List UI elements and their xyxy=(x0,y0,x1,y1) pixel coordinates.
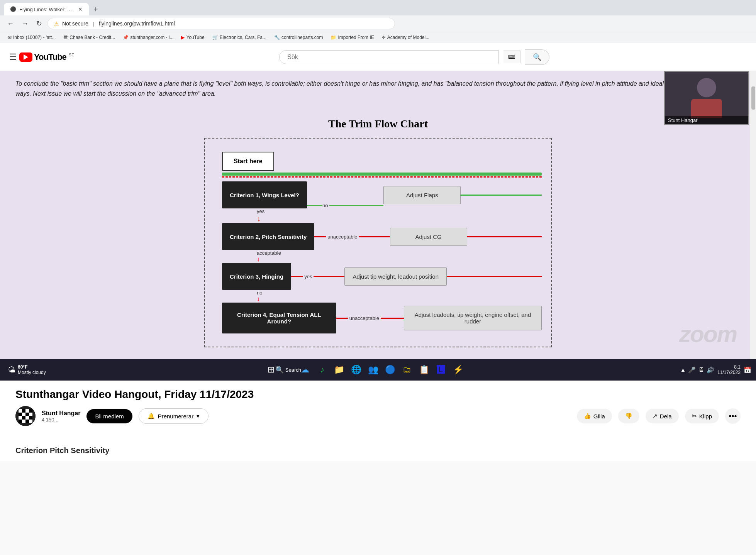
ie-folder-icon: 📁 xyxy=(331,35,336,40)
criterion-pitch-label: Criterion Pitch Sensitivity xyxy=(15,446,109,455)
volume-icon[interactable]: 🔊 xyxy=(707,366,714,374)
search-input[interactable] xyxy=(287,54,491,61)
bookmark-chase[interactable]: 🏛 Chase Bank - Credit... xyxy=(60,34,118,41)
youtube-header: ☰ YouTube SE ⌨ 🔍 xyxy=(0,43,756,71)
video-info-section: Stunthangar Video Hangout, Friday 11/17/… xyxy=(0,381,756,440)
taskbar-files2-button[interactable]: 🗂 xyxy=(400,362,414,377)
share-button[interactable]: ↗ Dela xyxy=(646,409,679,423)
taskbar-right: ▲ 🎤 🖥 🔊 8:1 11/17/2023 📅 xyxy=(680,364,751,375)
bookmark-imported-ie[interactable]: 📁 Imported From IE xyxy=(327,34,377,41)
subscribe-dropdown-icon: ▾ xyxy=(197,413,200,420)
system-clock[interactable]: 8:1 11/17/2023 xyxy=(717,364,741,375)
clock-time: 8:1 xyxy=(717,364,741,370)
zoom-watermark: zoom xyxy=(679,321,737,347)
tab-close-btn[interactable]: ✕ xyxy=(78,6,83,12)
criterion2-action-box: Adjust CG xyxy=(390,228,467,246)
dislike-button[interactable]: 👎 xyxy=(618,409,639,423)
red-line-c3c xyxy=(447,276,542,277)
criterion2-label: Criterion 2, Pitch Sensitivity xyxy=(230,234,307,240)
youtube-logo-area: ☰ YouTube SE xyxy=(9,52,75,62)
taskbar-spotify-button[interactable]: ♪ xyxy=(315,362,329,377)
bookmark-inbox[interactable]: ✉ Inbox (10007) - 'att... xyxy=(5,34,59,41)
tab-bar: ⚫ Flying Lines: Walker: Trim Flow 1 ✕ + xyxy=(0,0,756,15)
channel-name: Stunt Hangar xyxy=(42,410,80,417)
clip-button[interactable]: ✂ Klipp xyxy=(685,409,719,423)
browser-viewport: To conclude the "basic trim" section we … xyxy=(0,71,756,359)
criterion2-row: Criterion 2, Pitch Sensitivity unaccepta… xyxy=(222,223,542,250)
youtube-logo[interactable]: YouTube SE xyxy=(19,52,75,62)
menu-button[interactable]: ☰ xyxy=(9,52,17,62)
criterion3-box: Criterion 3, Hinging xyxy=(222,263,291,290)
start-row: Start here xyxy=(222,152,542,171)
c2-unacceptable-label: unacceptable xyxy=(327,234,357,240)
more-options-button[interactable]: ••• xyxy=(725,408,741,424)
clip-label: Klipp xyxy=(699,413,712,420)
address-bar[interactable]: ⚠ Not secure | flyinglines.org/pw.trimfl… xyxy=(47,18,395,29)
taskbar-app3-button[interactable]: ⚡ xyxy=(451,362,465,377)
zoom-text: zoom xyxy=(679,321,737,347)
channel-avatar xyxy=(15,406,36,426)
avatar-placeholder xyxy=(15,406,36,426)
like-button[interactable]: 👍 Gilla xyxy=(577,409,612,423)
taskbar-chrome-button[interactable]: 🔵 xyxy=(383,362,397,377)
active-tab[interactable]: ⚫ Flying Lines: Walker: Trim Flow 1 ✕ xyxy=(4,3,89,15)
green-line-top xyxy=(222,173,542,176)
criterion1-action-box: Adjust Flaps xyxy=(383,186,461,204)
tray-arrow-icon[interactable]: ▲ xyxy=(680,367,686,373)
taskbar-teams-button[interactable]: 👥 xyxy=(366,362,380,377)
taskbar-app1-button[interactable]: 📋 xyxy=(417,362,431,377)
criterion-pitch-section: Criterion Pitch Sensitivity xyxy=(0,440,756,461)
bookmark-academy[interactable]: ✈ Academy of Model... xyxy=(379,34,432,41)
join-button[interactable]: Bli medlem xyxy=(86,409,132,423)
academy-label: Academy of Model... xyxy=(387,35,429,40)
keyboard-icon: ⌨ xyxy=(508,54,515,60)
c1-yes-label: yes xyxy=(257,208,264,214)
criterion1-row: Criterion 1, Wings Level? no Adjust Flap… xyxy=(222,181,542,208)
youtube-favicon: ▶ xyxy=(181,35,185,40)
green-line-c1 xyxy=(307,205,322,206)
ie-label: Imported From IE xyxy=(338,35,374,40)
new-tab-button[interactable]: + xyxy=(90,3,101,15)
bookmark-controlline[interactable]: 🔧 controllineparts.com xyxy=(271,34,326,41)
criterion4-box: Criterion 4, Equal Tension ALL Around? xyxy=(222,303,336,333)
taskbar-edge-button[interactable]: 🌐 xyxy=(349,362,363,377)
taskbar-app3-icon: ⚡ xyxy=(453,365,463,375)
back-button[interactable]: ← xyxy=(5,18,16,29)
controlline-label: controllineparts.com xyxy=(281,35,323,40)
weather-text: 60°F Mostly cloudy xyxy=(18,364,46,375)
notification-icon[interactable]: 📅 xyxy=(744,366,751,374)
taskbar-chrome-icon: 🔵 xyxy=(385,365,395,375)
bookmark-youtube[interactable]: ▶ YouTube xyxy=(178,34,207,41)
taskbar-search-button[interactable]: 🔍 Search xyxy=(281,362,295,377)
subscribe-button[interactable]: 🔔 Prenumererar ▾ xyxy=(139,408,209,424)
taskbar-cloud-button[interactable]: ☁ xyxy=(298,362,312,377)
red-line-c2b xyxy=(359,236,390,237)
monitor-icon[interactable]: 🖥 xyxy=(698,366,704,373)
criterion2-branch: unacceptable xyxy=(314,234,390,240)
bookmark-stunthanger[interactable]: 📌 stunthanger.com - l... xyxy=(120,34,176,41)
security-warning-icon: ⚠ xyxy=(54,20,59,27)
red-dashed-top xyxy=(222,176,542,178)
taskbar-files2-icon: 🗂 xyxy=(403,365,411,375)
keyboard-input-button[interactable]: ⌨ xyxy=(503,51,520,63)
taskbar-teams-icon: 👥 xyxy=(368,365,378,375)
taskbar-app2-button[interactable]: 🅻 xyxy=(434,362,448,377)
taskbar-files-button[interactable]: 📁 xyxy=(332,362,346,377)
youtube-search-area: ⌨ 🔍 xyxy=(279,49,549,65)
scrollbar[interactable] xyxy=(750,71,756,359)
reload-button[interactable]: ↻ xyxy=(34,18,44,29)
video-meta-row: Stunt Hangar 4 150... Bli medlem 🔔 Prenu… xyxy=(15,406,741,426)
green-line-c1c xyxy=(461,195,542,196)
criterion1-action-label: Adjust Flaps xyxy=(406,192,438,198)
webcam-overlay: Stunt Hangar xyxy=(664,71,749,125)
article-text: To conclude the "basic trim" section we … xyxy=(15,79,741,98)
search-box[interactable] xyxy=(279,50,499,64)
mic-icon[interactable]: 🎤 xyxy=(688,366,696,374)
bookmark-electronics[interactable]: 🛒 Electronics, Cars, Fa... xyxy=(209,34,270,41)
browser-chrome: ⚫ Flying Lines: Walker: Trim Flow 1 ✕ + … xyxy=(0,0,756,43)
taskbar-center: ⊞ 🔍 Search ☁ ♪ 📁 🌐 👥 🔵 🗂 📋 xyxy=(52,362,677,377)
search-submit-button[interactable]: 🔍 xyxy=(525,49,549,65)
address-url: flyinglines.org/pw.trimflow1.html xyxy=(99,20,175,27)
forward-button[interactable]: → xyxy=(19,18,31,29)
scroll-thumb[interactable] xyxy=(751,86,755,110)
